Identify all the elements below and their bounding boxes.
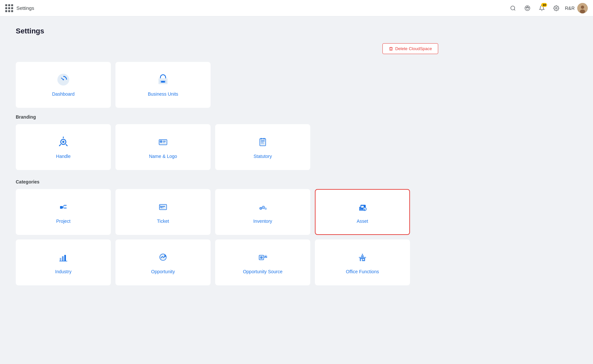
categories-card-grid: Project Ticket (16, 189, 443, 285)
branding-label: Branding (16, 114, 443, 120)
name-logo-label: Name & Logo (149, 154, 177, 159)
categories-section: Categories Project (16, 179, 443, 285)
industry-icon (57, 251, 70, 265)
card-dashboard[interactable]: Dashboard (16, 62, 111, 108)
svg-point-8 (581, 6, 584, 9)
svg-point-42 (260, 208, 261, 209)
svg-rect-62 (361, 255, 364, 257)
business-units-icon (156, 73, 170, 87)
topnav: Settings 10 (0, 0, 593, 16)
svg-rect-50 (62, 256, 64, 261)
card-business-units[interactable]: Business Units (115, 62, 211, 108)
svg-line-18 (59, 144, 61, 146)
card-opportunity[interactable]: Opportunity (115, 239, 211, 285)
topnav-right: 10 R&R (507, 2, 588, 14)
card-name-logo[interactable]: Name & Logo (115, 124, 211, 170)
svg-rect-59 (361, 259, 362, 261)
palette-icon[interactable] (521, 2, 533, 14)
svg-point-12 (63, 79, 64, 80)
svg-point-0 (511, 6, 515, 10)
card-industry[interactable]: Industry (16, 239, 111, 285)
svg-line-19 (66, 144, 67, 146)
name-logo-icon (156, 135, 170, 150)
topnav-left: Settings (5, 4, 34, 12)
project-icon (57, 200, 70, 215)
handle-label: Handle (56, 154, 71, 159)
svg-rect-31 (60, 206, 63, 209)
inventory-icon (256, 200, 269, 215)
avatar-image (577, 3, 588, 13)
office-functions-label: Office Functions (346, 269, 379, 274)
delete-btn-container: Delete CloudSpace (16, 43, 443, 54)
svg-point-6 (556, 7, 557, 9)
svg-line-1 (514, 9, 515, 10)
notification-icon[interactable]: 10 (536, 2, 548, 14)
svg-point-9 (580, 10, 585, 13)
search-icon[interactable] (507, 2, 519, 14)
svg-point-4 (527, 7, 528, 7)
office-functions-icon (356, 251, 369, 265)
svg-rect-46 (361, 206, 364, 208)
branding-card-grid: Handle Name & Logo (16, 124, 443, 170)
statutory-label: Statutory (254, 154, 272, 159)
opportunity-label: Opportunity (151, 269, 175, 274)
apps-icon[interactable] (5, 4, 13, 12)
top-card-grid: Dashboard Business Units (16, 62, 443, 108)
business-units-label: Business Units (148, 91, 178, 97)
ticket-icon (156, 200, 170, 215)
svg-point-22 (160, 140, 162, 143)
card-ticket[interactable]: Ticket (115, 189, 211, 235)
svg-rect-32 (64, 205, 67, 206)
opportunity-source-icon (256, 251, 269, 265)
statutory-icon (256, 135, 269, 150)
svg-rect-30 (263, 138, 265, 140)
svg-rect-28 (261, 143, 264, 144)
user-initials[interactable]: R&R (565, 6, 575, 11)
card-opportunity-source[interactable]: Opportunity Source (215, 239, 310, 285)
svg-rect-23 (163, 141, 166, 142)
categories-label: Categories (16, 179, 443, 184)
project-label: Project (56, 219, 71, 224)
notification-badge: 10 (541, 3, 547, 7)
inventory-label: Inventory (253, 219, 272, 224)
svg-point-56 (260, 256, 263, 259)
card-office-functions[interactable]: Office Functions (315, 239, 410, 285)
opportunity-source-label: Opportunity Source (243, 269, 283, 274)
svg-rect-49 (60, 258, 61, 261)
card-inventory[interactable]: Inventory (215, 189, 310, 235)
branding-section: Branding Handle (16, 114, 443, 170)
svg-rect-27 (261, 142, 264, 143)
svg-point-43 (263, 207, 264, 208)
svg-point-64 (362, 254, 363, 255)
asset-icon: $ (356, 200, 369, 215)
asset-label: Asset (357, 219, 368, 224)
ticket-label: Ticket (157, 219, 169, 224)
delete-cloudspace-button[interactable]: Delete CloudSpace (382, 43, 438, 54)
svg-rect-51 (64, 255, 66, 261)
trash-icon (389, 47, 393, 51)
card-handle[interactable]: Handle (16, 124, 111, 170)
card-asset[interactable]: $ Asset (315, 189, 410, 235)
svg-rect-58 (360, 258, 365, 261)
svg-rect-33 (64, 207, 67, 209)
svg-rect-60 (363, 259, 364, 260)
card-project[interactable]: Project (16, 189, 111, 235)
page-title: Settings (16, 27, 443, 35)
svg-line-34 (63, 205, 64, 207)
svg-point-41 (265, 208, 267, 210)
svg-rect-26 (261, 141, 265, 141)
main-content: Settings Delete CloudSpace (0, 16, 459, 305)
settings-icon[interactable] (550, 2, 562, 14)
card-statutory[interactable]: Statutory (215, 124, 310, 170)
dashboard-label: Dashboard (52, 91, 75, 97)
svg-point-20 (62, 141, 64, 143)
svg-rect-29 (260, 138, 262, 140)
svg-point-5 (528, 7, 529, 8)
svg-text:$: $ (364, 208, 365, 211)
avatar[interactable] (577, 3, 588, 13)
svg-point-3 (526, 7, 527, 8)
dashboard-icon (57, 73, 70, 87)
industry-label: Industry (55, 269, 72, 274)
opportunity-icon (156, 251, 170, 265)
nav-title: Settings (16, 5, 34, 11)
